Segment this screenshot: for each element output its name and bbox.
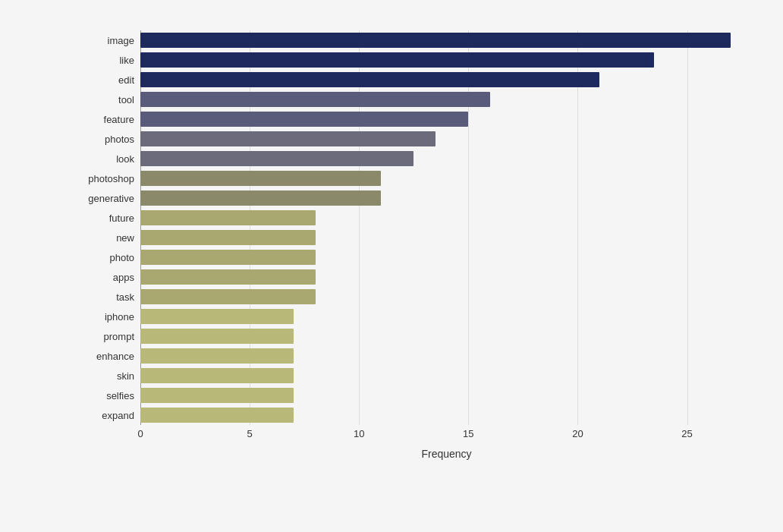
bar-skin bbox=[140, 368, 294, 383]
bar-row bbox=[140, 168, 753, 188]
y-label: look bbox=[116, 149, 134, 168]
bar-edit bbox=[140, 72, 599, 87]
bar-row bbox=[140, 247, 753, 267]
y-label: selfies bbox=[106, 386, 134, 405]
y-label: image bbox=[108, 30, 134, 50]
x-axis-label: Frequency bbox=[140, 448, 753, 460]
bar-row bbox=[140, 188, 753, 208]
chart-container: imagelikeedittoolfeaturephotoslookphotos… bbox=[0, 0, 783, 532]
y-label: edit bbox=[118, 70, 134, 90]
x-tick: 25 bbox=[681, 428, 692, 439]
y-label: iphone bbox=[105, 307, 134, 326]
bar-tool bbox=[140, 92, 490, 107]
x-tick: 15 bbox=[463, 428, 473, 439]
y-label: photo bbox=[109, 247, 134, 267]
bar-new bbox=[140, 230, 316, 245]
bar-enhance bbox=[140, 348, 294, 364]
y-label: future bbox=[109, 208, 134, 228]
bar-row bbox=[140, 405, 753, 425]
bar-row bbox=[140, 307, 753, 326]
bar-row bbox=[140, 228, 753, 247]
bar-row bbox=[140, 109, 753, 129]
bar-row bbox=[140, 208, 753, 228]
x-tick: 5 bbox=[247, 428, 252, 439]
bar-row bbox=[140, 346, 753, 366]
x-tick: 10 bbox=[354, 428, 364, 439]
bar-feature bbox=[140, 112, 468, 127]
bar-row bbox=[140, 267, 753, 287]
bar-image bbox=[140, 33, 731, 48]
bar-expand bbox=[140, 408, 294, 423]
bar-row bbox=[140, 50, 753, 70]
bar-row bbox=[140, 326, 753, 346]
bar-photos bbox=[140, 131, 436, 146]
y-label: tool bbox=[118, 90, 134, 109]
y-label: feature bbox=[104, 109, 134, 129]
bar-row bbox=[140, 70, 753, 90]
bar-row bbox=[140, 129, 753, 149]
y-label: skin bbox=[117, 366, 134, 386]
bars-column bbox=[140, 30, 753, 425]
y-label: photoshop bbox=[88, 168, 134, 188]
bar-row bbox=[140, 149, 753, 168]
bars-wrapper: imagelikeedittoolfeaturephotoslookphotos… bbox=[76, 30, 753, 425]
bar-prompt bbox=[140, 329, 294, 344]
bar-future bbox=[140, 210, 316, 225]
bar-selfies bbox=[140, 388, 294, 403]
bar-row bbox=[140, 30, 753, 50]
bar-photo bbox=[140, 250, 316, 265]
bar-generative bbox=[140, 190, 381, 206]
bar-apps bbox=[140, 269, 316, 285]
bar-iphone bbox=[140, 309, 294, 324]
bars-and-grid bbox=[140, 30, 753, 425]
y-label: expand bbox=[102, 405, 134, 425]
x-tick: 20 bbox=[572, 428, 583, 439]
y-label: photos bbox=[105, 129, 134, 149]
chart-area: imagelikeedittoolfeaturephotoslookphotos… bbox=[76, 30, 753, 441]
y-labels: imagelikeedittoolfeaturephotoslookphotos… bbox=[76, 30, 140, 425]
bar-row bbox=[140, 386, 753, 405]
bar-row bbox=[140, 287, 753, 307]
bar-row bbox=[140, 366, 753, 386]
bar-task bbox=[140, 289, 316, 304]
bar-row bbox=[140, 90, 753, 109]
y-label: apps bbox=[113, 267, 134, 287]
bar-photoshop bbox=[140, 171, 381, 186]
y-label: new bbox=[116, 228, 134, 247]
y-label: like bbox=[119, 50, 134, 70]
y-label: task bbox=[116, 287, 134, 307]
y-label: prompt bbox=[104, 326, 134, 346]
y-label: generative bbox=[88, 188, 134, 208]
bar-like bbox=[140, 52, 654, 68]
x-tick: 0 bbox=[137, 428, 143, 439]
y-label: enhance bbox=[96, 346, 134, 366]
bar-look bbox=[140, 151, 414, 166]
